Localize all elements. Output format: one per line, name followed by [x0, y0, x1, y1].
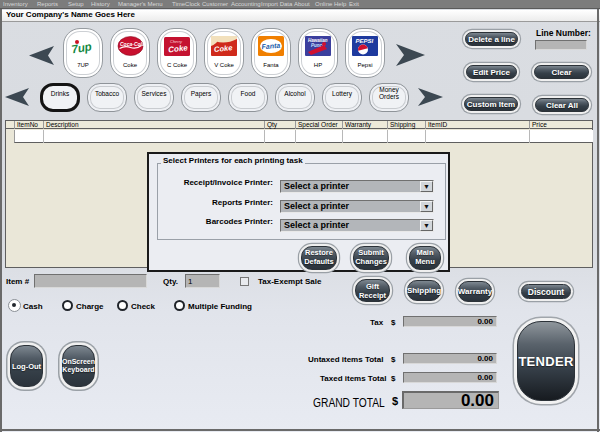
- svg-text:Coca-Cola: Coca-Cola: [120, 41, 144, 47]
- svg-text:7up: 7up: [70, 40, 92, 55]
- svg-text:PEPSI: PEPSI: [356, 38, 374, 44]
- svg-text:Cherry: Cherry: [170, 38, 183, 43]
- svg-text:Coke: Coke: [214, 43, 233, 54]
